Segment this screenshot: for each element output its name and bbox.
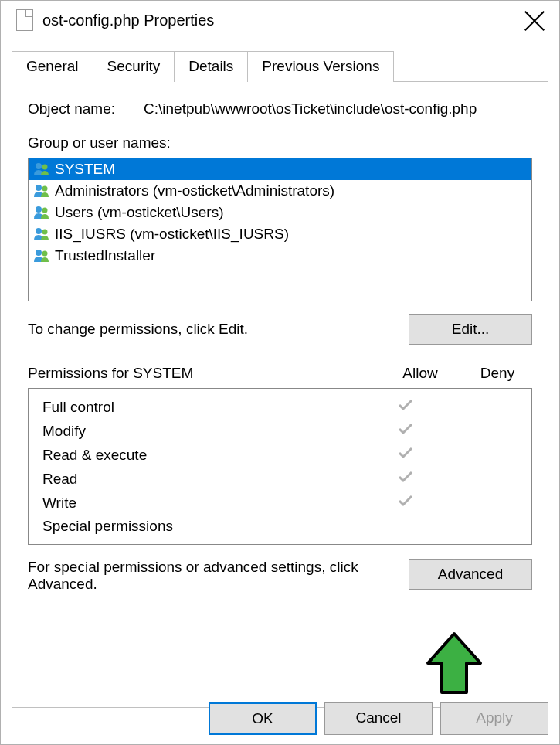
tab-general[interactable]: General bbox=[12, 51, 93, 82]
user-group-icon bbox=[33, 227, 50, 241]
tab-security[interactable]: Security bbox=[93, 51, 175, 82]
object-name-value: C:\inetpub\wwwroot\osTicket\include\ost-… bbox=[144, 100, 532, 117]
permission-name: Full control bbox=[42, 399, 363, 416]
object-name-label: Object name: bbox=[28, 100, 144, 117]
svg-point-2 bbox=[36, 163, 42, 169]
check-icon bbox=[397, 398, 414, 412]
permission-name: Read & execute bbox=[42, 447, 363, 464]
window-title: ost-config.php Properties bbox=[42, 12, 214, 29]
check-icon bbox=[397, 422, 414, 436]
check-icon bbox=[397, 494, 414, 508]
permission-name: Modify bbox=[42, 423, 363, 440]
edit-button[interactable]: Edit... bbox=[409, 314, 532, 345]
ok-button[interactable]: OK bbox=[209, 702, 317, 735]
title-bar: ost-config.php Properties bbox=[1, 1, 559, 39]
close-button[interactable] bbox=[524, 10, 545, 32]
cancel-button[interactable]: Cancel bbox=[324, 702, 433, 735]
user-list-item[interactable]: TrustedInstaller bbox=[29, 245, 531, 267]
permissions-header: Permissions for SYSTEM Allow Deny bbox=[28, 365, 532, 382]
user-list-item[interactable]: Administrators (vm-osticket\Administrato… bbox=[29, 180, 531, 202]
permission-allow bbox=[363, 422, 448, 440]
user-name: IIS_IUSRS (vm-osticket\IIS_IUSRS) bbox=[55, 226, 289, 243]
svg-point-4 bbox=[36, 185, 42, 191]
permission-allow bbox=[363, 494, 448, 512]
close-icon bbox=[524, 10, 545, 32]
user-list-item[interactable]: SYSTEM bbox=[29, 158, 531, 180]
deny-column-header: Deny bbox=[463, 365, 532, 382]
advanced-button[interactable]: Advanced bbox=[409, 559, 532, 590]
permissions-list: Full controlModifyRead & executeReadWrit… bbox=[28, 388, 532, 545]
permission-allow bbox=[363, 398, 448, 416]
permission-row: Full control bbox=[29, 395, 531, 419]
user-group-icon bbox=[33, 162, 50, 176]
svg-point-11 bbox=[42, 251, 48, 257]
advanced-instruction: For special permissions or advanced sett… bbox=[28, 559, 409, 593]
user-list[interactable]: SYSTEMAdministrators (vm-osticket\Admini… bbox=[28, 158, 532, 301]
permission-row: Read bbox=[29, 467, 531, 491]
check-icon bbox=[397, 470, 414, 484]
svg-point-8 bbox=[36, 228, 42, 234]
user-group-icon bbox=[33, 249, 50, 263]
dialog-footer: OK Cancel Apply bbox=[209, 702, 548, 735]
check-icon bbox=[397, 446, 414, 460]
edit-instruction: To change permissions, click Edit. bbox=[28, 321, 409, 338]
object-name-row: Object name: C:\inetpub\wwwroot\osTicket… bbox=[28, 100, 532, 117]
svg-point-7 bbox=[42, 208, 48, 213]
permission-name: Read bbox=[42, 471, 363, 488]
tab-details[interactable]: Details bbox=[174, 51, 248, 82]
user-name: TrustedInstaller bbox=[55, 247, 155, 264]
edit-row: To change permissions, click Edit. Edit.… bbox=[28, 314, 532, 345]
permission-row: Write bbox=[29, 491, 531, 515]
svg-point-9 bbox=[42, 230, 48, 235]
user-group-icon bbox=[33, 206, 50, 219]
tab-previous-versions[interactable]: Previous Versions bbox=[247, 51, 394, 82]
user-name: Users (vm-osticket\Users) bbox=[55, 204, 224, 221]
user-name: SYSTEM bbox=[55, 161, 115, 178]
user-group-icon bbox=[33, 184, 50, 198]
permissions-for-label: Permissions for SYSTEM bbox=[28, 365, 378, 382]
permission-allow bbox=[363, 470, 448, 488]
allow-column-header: Allow bbox=[378, 365, 463, 382]
user-name: Administrators (vm-osticket\Administrato… bbox=[55, 182, 334, 199]
apply-button: Apply bbox=[440, 702, 548, 735]
permission-row: Special permissions bbox=[29, 515, 531, 538]
user-list-item[interactable]: Users (vm-osticket\Users) bbox=[29, 202, 531, 223]
advanced-row: For special permissions or advanced sett… bbox=[28, 559, 532, 593]
group-users-label: Group or user names: bbox=[28, 134, 532, 151]
properties-dialog: ost-config.php Properties General Securi… bbox=[0, 0, 560, 745]
user-list-item[interactable]: IIS_IUSRS (vm-osticket\IIS_IUSRS) bbox=[29, 223, 531, 245]
file-icon bbox=[16, 9, 33, 31]
permission-name: Special permissions bbox=[42, 518, 363, 535]
permission-allow bbox=[363, 446, 448, 464]
permission-name: Write bbox=[42, 495, 363, 512]
svg-point-5 bbox=[42, 186, 48, 192]
svg-point-3 bbox=[42, 165, 48, 170]
permission-row: Read & execute bbox=[29, 443, 531, 467]
tab-strip: General Security Details Previous Versio… bbox=[12, 50, 548, 82]
permission-row: Modify bbox=[29, 419, 531, 443]
svg-point-6 bbox=[36, 206, 42, 213]
content-area: General Security Details Previous Versio… bbox=[1, 39, 559, 708]
tab-panel: Object name: C:\inetpub\wwwroot\osTicket… bbox=[12, 82, 548, 708]
svg-point-10 bbox=[36, 250, 42, 256]
